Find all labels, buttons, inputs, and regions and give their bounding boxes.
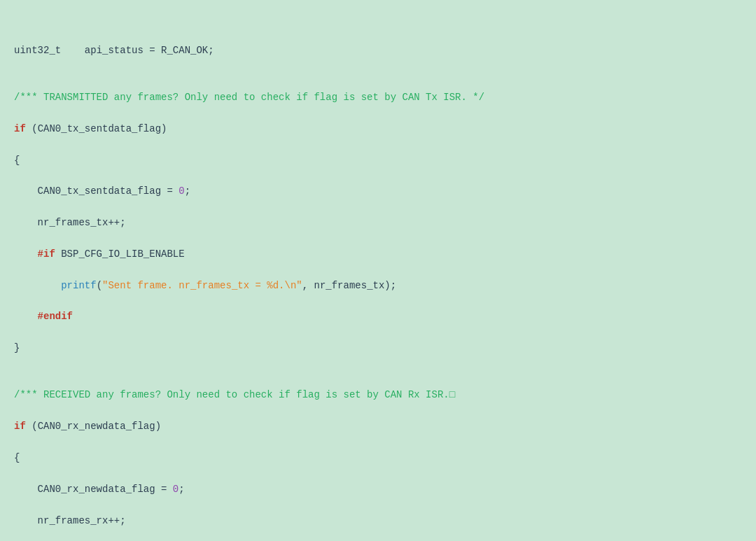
code-line: /*** RECEIVED any frames? Only need to c…	[14, 387, 742, 402]
code-line: if (CAN0_tx_sentdata_flag)	[14, 121, 742, 136]
code-line: printf("Sent frame. nr_frames_tx = %d.\n…	[14, 278, 742, 293]
code-line: CAN0_tx_sentdata_flag = 0;	[14, 183, 742, 199]
code-line: nr_frames_tx++;	[14, 215, 742, 230]
code-line: }	[14, 340, 742, 356]
code-line: nr_frames_rx++;	[14, 513, 742, 528]
code-line: #if BSP_CFG_IO_LIB_ENABLE	[14, 246, 742, 262]
code-line: CAN0_rx_newdata_flag = 0;	[14, 482, 742, 497]
code-line: {	[14, 153, 742, 168]
code-line: uint32_t api_status = R_CAN_OK;	[14, 43, 742, 58]
code-line: {	[14, 450, 742, 465]
code-line: if (CAN0_rx_newdata_flag)	[14, 419, 742, 434]
code-line: /*** TRANSMITTED any frames? Only need t…	[14, 90, 742, 105]
code-line: #endif	[14, 309, 742, 324]
code-editor: uint32_t api_status = R_CAN_OK; /*** TRA…	[14, 11, 742, 541]
